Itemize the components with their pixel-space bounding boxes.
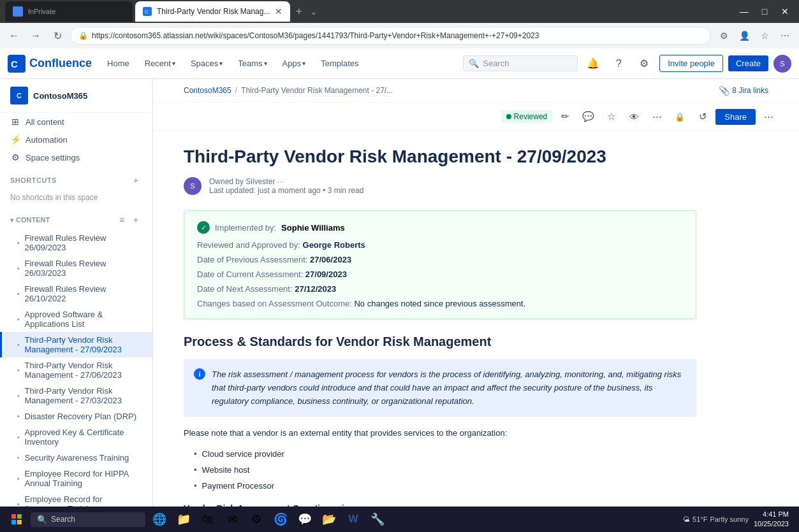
add-content-btn[interactable]: +: [129, 213, 142, 226]
taskbar-app-extra[interactable]: 🔧: [366, 509, 389, 529]
nav-teams-link[interactable]: Teams ▾: [233, 56, 272, 71]
create-btn[interactable]: Create: [728, 55, 768, 71]
nav-home-link[interactable]: Home: [102, 56, 135, 71]
taskbar-app-folder[interactable]: 📂: [318, 509, 341, 529]
content-item-9[interactable]: Security Awareness Training: [0, 450, 152, 466]
nav-recent-link[interactable]: Recent ▾: [140, 56, 180, 71]
app-container: C Confluence Home Recent ▾ Spaces ▾ Team…: [0, 48, 799, 532]
close-btn[interactable]: ✕: [776, 3, 794, 20]
more-options-btn[interactable]: ⋯: [647, 106, 667, 127]
reviewed-dot-indicator: [506, 114, 511, 119]
browser-tab-active[interactable]: C Third-Party Vendor Risk Manag... ✕: [135, 1, 290, 22]
main-layout: C ContosoM365 ⊞ All content ⚡ Automation…: [0, 79, 799, 532]
refresh-btn[interactable]: ↻: [48, 27, 66, 45]
implemented-label: Implemented by:: [215, 223, 276, 233]
maximize-btn[interactable]: □: [756, 3, 773, 20]
meta-info: Owned by Silvester ··· Last updated: jus…: [209, 177, 363, 195]
notifications-btn[interactable]: 🔔: [583, 54, 603, 74]
history-btn[interactable]: ↺: [693, 106, 713, 127]
content-item-8[interactable]: Approved Key & Certificate Inventory: [0, 424, 152, 450]
start-btn[interactable]: [5, 509, 28, 529]
space-header[interactable]: C ContosoM365: [0, 79, 152, 113]
nav-apps-link[interactable]: Apps ▾: [277, 56, 311, 71]
grid-icon: ⊞: [10, 117, 20, 127]
invite-people-btn[interactable]: Invite people: [659, 55, 723, 72]
minimize-btn[interactable]: —: [735, 3, 753, 20]
address-bar[interactable]: 🔒 https://contosom365.atlassian.net/wiki…: [70, 27, 711, 45]
reviewed-label: Reviewed and Approved by:: [197, 240, 300, 250]
taskbar-search-icon: 🔍: [37, 515, 47, 524]
taskbar-app-edge2[interactable]: 🌀: [269, 509, 292, 529]
content-item-3[interactable]: Approved Software & Applications List: [0, 306, 152, 332]
info-icon: i: [194, 368, 205, 380]
breadcrumb-space-link[interactable]: ContosoM365: [184, 86, 231, 95]
weather-icon: 🌤: [683, 515, 690, 523]
top-navigation: C Confluence Home Recent ▾ Spaces ▾ Team…: [0, 48, 799, 79]
extensions-btn[interactable]: ⚙: [715, 27, 733, 45]
tab-close-btn[interactable]: ✕: [275, 6, 282, 17]
gear-icon: ⚙: [10, 152, 20, 162]
sidebar-item-automation[interactable]: ⚡ Automation: [0, 131, 152, 148]
tab-arrow-btn[interactable]: ⌄: [307, 6, 320, 17]
new-tab-btn[interactable]: +: [293, 5, 305, 18]
bookmark-btn[interactable]: ☆: [756, 27, 773, 45]
browser-tab-other[interactable]: InPrivate: [5, 1, 133, 22]
sidebar-item-all-content[interactable]: ⊞ All content: [0, 113, 152, 131]
more-btn[interactable]: ⋯: [776, 27, 794, 45]
extra-options-btn[interactable]: ⋯: [758, 106, 779, 127]
taskbar-app-word[interactable]: W: [342, 509, 365, 529]
taskbar-app-explorer[interactable]: 📁: [172, 509, 195, 529]
sidebar-item-space-settings[interactable]: ⚙ Space settings: [0, 148, 152, 166]
star-btn[interactable]: ☆: [601, 106, 621, 127]
taskbar-search-box[interactable]: 🔍 Search: [31, 512, 145, 527]
share-btn[interactable]: Share: [715, 109, 756, 125]
space-name: ContosoM365: [33, 91, 87, 101]
profile-btn[interactable]: 👤: [735, 27, 753, 45]
clock-date: 10/25/2023: [754, 519, 789, 529]
settings-btn[interactable]: ⚙: [634, 54, 654, 74]
clock-time: 4:41 PM: [754, 510, 789, 519]
content-item-0[interactable]: Firewall Rules Review 26/09/2023: [0, 230, 152, 255]
taskbar-app-store[interactable]: 🛍: [196, 509, 219, 529]
back-btn[interactable]: ←: [5, 27, 23, 45]
user-avatar[interactable]: S: [773, 55, 791, 73]
filter-content-btn[interactable]: ≡: [115, 213, 128, 226]
taskbar-app-settings[interactable]: ⚙: [245, 509, 268, 529]
content-item-6[interactable]: Third-Party Vendor Risk Management - 27/…: [0, 383, 152, 408]
shortcuts-title: SHORTCUTS: [10, 176, 57, 184]
nav-templates-link[interactable]: Templates: [316, 56, 363, 71]
jira-links-label: 8 Jira links: [732, 86, 768, 95]
implemented-row: ✓ Implemented by: Sophie Williams: [197, 221, 683, 234]
content-item-5[interactable]: Third-Party Vendor Risk Management - 27/…: [0, 357, 152, 383]
search-box[interactable]: 🔍 Search: [463, 55, 578, 71]
author-more-btn[interactable]: ···: [277, 177, 284, 186]
content-chevron-icon: ▾: [10, 217, 13, 224]
content-item-7[interactable]: Disaster Recovery Plan (DRP): [0, 408, 152, 424]
reviewed-badge[interactable]: Reviewed: [501, 110, 553, 123]
edit-btn[interactable]: ✏: [555, 106, 575, 127]
comment-btn[interactable]: 💬: [578, 106, 598, 127]
help-btn[interactable]: ?: [608, 54, 629, 74]
nav-spaces-link[interactable]: Spaces ▾: [186, 56, 228, 71]
jira-links-btn[interactable]: 📎 8 Jira links: [719, 85, 768, 96]
watch-btn[interactable]: 👁: [624, 106, 644, 127]
add-shortcut-btn[interactable]: +: [129, 174, 142, 187]
forward-btn[interactable]: →: [27, 27, 45, 45]
vendor-type-0: Cloud service provider: [194, 448, 696, 461]
content-item-1[interactable]: Firewall Rules Review 26/03/2023: [0, 255, 152, 281]
content-item-4[interactable]: Third-Party Vendor Risk Management - 27/…: [0, 332, 152, 357]
taskbar-app-edge[interactable]: 🌐: [148, 509, 171, 529]
weather-widget[interactable]: 🌤 51°F Partly sunny: [683, 515, 749, 523]
taskbar-app-mail[interactable]: ✉: [221, 509, 244, 529]
page-toolbar: Reviewed ✏ 💬 ☆ 👁 ⋯ 🔒 ↺ Share ⋯: [153, 103, 799, 131]
restrict-btn[interactable]: 🔒: [670, 106, 690, 127]
content-section-title[interactable]: ▾ CONTENT: [10, 216, 50, 224]
content-section: ▾ CONTENT ≡ + Firewall Rules Review 26/0…: [0, 207, 152, 532]
all-content-label: All content: [26, 117, 64, 127]
content-item-10[interactable]: Employee Record for HIPPA Annual Trainin…: [0, 466, 152, 491]
info-panel-text: The risk assessment / management process…: [212, 368, 686, 408]
taskbar-app-chat[interactable]: 💬: [293, 509, 316, 529]
changes-row: Changes based on Assessment Outcome: No …: [197, 299, 683, 308]
next-date-row: Date of Next Assessment: 27/12/2023: [197, 284, 683, 294]
content-item-2[interactable]: Firewall Rules Review 26/10/2022: [0, 281, 152, 306]
